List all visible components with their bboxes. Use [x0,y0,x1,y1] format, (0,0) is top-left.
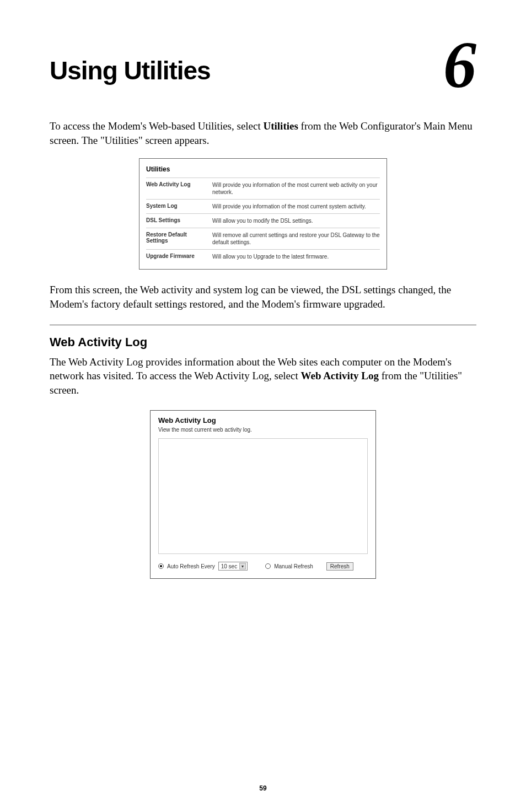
row-desc: Will remove all current settings and res… [212,232,380,246]
manual-refresh-label: Manual Refresh [274,563,313,569]
intro-bold: Utilities [264,120,298,132]
chapter-header: Using Utilities 6 [50,50,476,92]
row-desc: Will allow you to Upgrade to the latest … [212,253,380,260]
refresh-button[interactable]: Refresh [326,562,353,571]
wal-log-area [158,438,368,554]
select-value: 10 sec [221,563,237,569]
auto-refresh-radio[interactable] [158,563,164,569]
row-desc: Will allow you to modify the DSL setting… [212,217,380,224]
row-desc: Will provide you information of the most… [212,181,380,196]
table-row: Web Activity Log Will provide you inform… [146,178,380,199]
web-activity-log-screenshot: Web Activity Log View the most current w… [150,410,376,579]
intro-prefix: To access the Modem's Web-based Utilitie… [50,120,264,132]
auto-refresh-label: Auto Refresh Every [167,563,215,569]
refresh-interval-select[interactable]: 10 sec ▾ [218,562,248,571]
section-bold: Web Activity Log [301,370,379,381]
row-desc: Will provide you information of the most… [212,203,380,210]
table-row: System Log Will provide you information … [146,199,380,213]
wal-controls: Auto Refresh Every 10 sec ▾ Manual Refre… [158,562,368,571]
row-label: Web Activity Log [146,181,212,196]
section-divider [50,325,476,325]
section-paragraph: The Web Activity Log provides informatio… [50,355,476,397]
table-row: Restore Default Settings Will remove all… [146,228,380,249]
mid-paragraph: From this screen, the Web activity and s… [50,283,476,311]
manual-refresh-radio[interactable] [265,563,271,569]
chapter-number: 6 [443,39,476,92]
wal-subtitle: View the most current web activity log. [158,427,368,433]
section-heading: Web Activity Log [50,335,476,349]
table-row: Upgrade Firmware Will allow you to Upgra… [146,249,380,264]
row-label: Restore Default Settings [146,232,212,246]
table-row: DSL Settings Will allow you to modify th… [146,213,380,228]
row-label: DSL Settings [146,217,212,224]
intro-paragraph: To access the Modem's Web-based Utilitie… [50,119,476,147]
utilities-screenshot: Utilities Web Activity Log Will provide … [139,158,387,270]
row-label: System Log [146,203,212,210]
page-number: 59 [0,784,526,792]
chapter-title: Using Utilities [50,56,211,85]
row-label: Upgrade Firmware [146,253,212,260]
utilities-heading: Utilities [146,163,380,178]
wal-title: Web Activity Log [158,416,368,424]
chevron-down-icon: ▾ [239,563,246,569]
